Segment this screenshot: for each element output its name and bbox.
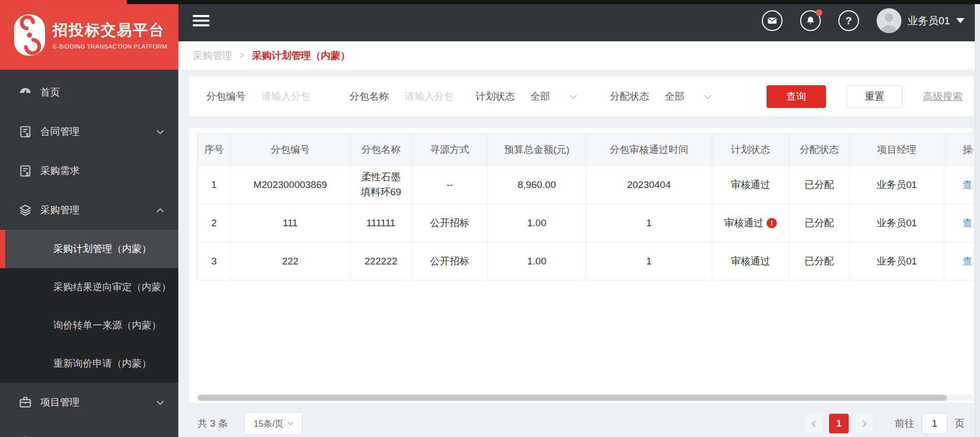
contract-icon — [19, 125, 32, 138]
cell-subpackage-code: M202300003869 — [231, 166, 350, 204]
cell-subpackage-code: 111 — [231, 204, 350, 242]
question-icon: ? — [846, 15, 852, 27]
view-link[interactable]: 查看 — [963, 256, 974, 267]
filter-bar: 分包编号 分包名称 计划状态 全部 分配状态 全部 查询 重置 高级搜索 — [189, 76, 973, 116]
table-row: 1 M202300003869 柔性石墨 填料环69 -- 8,960.00 2… — [198, 166, 974, 204]
hamburger-menu-icon[interactable] — [193, 15, 209, 26]
subpackage-code-label: 分包编号 — [206, 90, 246, 103]
pagination: 共 3 条 15条/页 1 前往 页 — [189, 412, 973, 435]
prev-page-button[interactable] — [805, 414, 822, 433]
cell-review-pass-time: 1 — [586, 242, 712, 280]
dashboard-icon — [19, 86, 32, 99]
sidebar-item-project-management[interactable]: 项目管理 — [0, 383, 178, 422]
assign-status-select[interactable]: 全部 — [665, 90, 726, 103]
sidebar-item-procurement-management[interactable]: 采购管理 — [0, 191, 178, 230]
subpackage-code-input[interactable] — [262, 91, 309, 102]
breadcrumb-separator: > — [239, 50, 245, 61]
sidebar-item-home[interactable]: 首页 — [0, 73, 178, 112]
brand-title: 招投标交易平台 — [53, 20, 167, 41]
goto-label: 前往 — [895, 417, 914, 430]
cell-subpackage-name: 222222 — [350, 242, 412, 280]
breadcrumb-parent[interactable]: 采购管理 — [193, 49, 232, 63]
results-table-card: 序号 分包编号 分包名称 寻源方式 预算总金额(元) 分包审核通过时间 计划状态… — [189, 128, 973, 403]
sidebar-item-partial[interactable] — [0, 422, 178, 437]
col-review-pass-time: 分包审核通过时间 — [586, 134, 712, 166]
help-button[interactable]: ? — [838, 10, 859, 31]
logo-mark-icon — [13, 14, 45, 56]
next-page-button[interactable] — [855, 414, 873, 433]
table-row: 3 222 222222 公开招标 1.00 1 审核通过 已分配 业务员01 … — [198, 242, 974, 280]
sidebar-item-procurement-demand[interactable]: 采购需求 — [0, 151, 178, 191]
message-button[interactable] — [762, 10, 783, 31]
cell-assign-status: 已分配 — [789, 204, 850, 242]
cell-review-pass-time: 1 — [586, 204, 712, 242]
sidebar-subitem-plan-management[interactable]: 采购计划管理（内蒙） — [0, 230, 178, 268]
col-plan-status: 计划状态 — [712, 134, 789, 166]
horizontal-scrollbar-thumb[interactable] — [197, 395, 947, 401]
view-link[interactable]: 查看 — [963, 179, 974, 190]
cell-subpackage-name: 111111 — [350, 204, 412, 242]
subpackage-name-input[interactable] — [405, 91, 452, 102]
cell-project-manager: 业务员01 — [850, 166, 944, 204]
sidebar-item-label: 首页 — [40, 86, 60, 99]
sidebar: 招投标交易平台 E-BIDDING TRANSACTION PLATFORM 首… — [0, 0, 178, 437]
user-menu[interactable]: 业务员01 — [877, 8, 964, 33]
col-actions: 操作 — [944, 134, 974, 166]
notification-button[interactable] — [800, 10, 821, 31]
cell-sourcing-method: -- — [412, 166, 488, 204]
sidebar-item-label: 采购需求 — [40, 164, 80, 178]
cell-sourcing-method: 公开招标 — [412, 242, 488, 280]
caret-down-icon — [956, 18, 964, 23]
sidebar-item-label: 采购管理 — [40, 204, 80, 217]
page-size-value: 15条/页 — [254, 418, 284, 430]
reset-button[interactable]: 重置 — [847, 85, 902, 108]
goto-page-input[interactable] — [922, 413, 947, 434]
cell-budget-total: 1.00 — [488, 204, 586, 242]
status-text: 审核通过 — [724, 216, 763, 230]
col-project-manager: 项目经理 — [850, 134, 944, 166]
user-name: 业务员01 — [908, 14, 950, 28]
cell-budget-total: 8,960.00 — [488, 166, 586, 204]
chevron-up-icon — [157, 208, 164, 215]
chevron-down-icon — [288, 419, 294, 425]
vertical-scrollbar[interactable] — [975, 0, 980, 437]
table-row: 2 111 111111 公开招标 1.00 1 审核通过 ! — [198, 204, 974, 242]
notification-badge — [816, 9, 822, 16]
table-header-row: 序号 分包编号 分包名称 寻源方式 预算总金额(元) 分包审核通过时间 计划状态… — [198, 134, 974, 166]
table-viewport: 序号 分包编号 分包名称 寻源方式 预算总金额(元) 分包审核通过时间 计划状态… — [197, 133, 973, 280]
sidebar-subitem-label: 采购结果逆向审定（内蒙） — [53, 280, 171, 294]
layers-icon — [19, 204, 32, 217]
chevron-left-icon — [811, 420, 818, 427]
plans-table: 序号 分包编号 分包名称 寻源方式 预算总金额(元) 分包审核通过时间 计划状态… — [197, 133, 973, 280]
chevron-right-icon — [860, 420, 867, 427]
sidebar-item-label: 合同管理 — [40, 125, 80, 138]
sidebar-subitem-reverse-review[interactable]: 采购结果逆向审定（内蒙） — [0, 268, 178, 306]
envelope-icon — [767, 15, 777, 26]
sidebar-subitem-inquiry-single-source[interactable]: 询价转单一来源（内蒙） — [0, 306, 178, 345]
plan-status-select[interactable]: 全部 — [530, 90, 591, 103]
cell-plan-status: 审核通过 ! — [712, 204, 789, 242]
sidebar-subitem-re-inquiry[interactable]: 重新询价申请（内蒙） — [0, 345, 178, 383]
breadcrumb: 采购管理 > 采购计划管理（内蒙） — [178, 41, 980, 70]
col-subpackage-name: 分包名称 — [350, 134, 412, 166]
plan-status-value: 全部 — [530, 90, 550, 103]
cell-subpackage-name: 柔性石墨 填料环69 — [350, 166, 412, 204]
breadcrumb-current: 采购计划管理（内蒙） — [252, 49, 350, 63]
goto-unit: 页 — [955, 417, 964, 430]
view-link[interactable]: 查看 — [963, 217, 974, 228]
search-button[interactable]: 查询 — [767, 85, 826, 108]
sidebar-subitem-label: 重新询价申请（内蒙） — [53, 357, 151, 370]
logo: 招投标交易平台 E-BIDDING TRANSACTION PLATFORM — [0, 0, 178, 70]
page-1-button[interactable]: 1 — [829, 414, 849, 433]
chevron-down-icon — [570, 91, 577, 99]
person-icon — [877, 8, 901, 33]
main-content: 分包编号 分包名称 计划状态 全部 分配状态 全部 查询 重置 高级搜索 — [178, 70, 980, 437]
avatar — [877, 8, 901, 33]
cell-assign-status: 已分配 — [789, 242, 850, 280]
advanced-search-link[interactable]: 高级搜索 — [923, 90, 962, 103]
bell-icon — [805, 15, 816, 26]
page-size-select[interactable]: 15条/页 — [244, 412, 302, 435]
sidebar-item-contracts[interactable]: 合同管理 — [0, 112, 178, 151]
cell-plan-status: 审核通过 — [712, 166, 789, 204]
warning-icon[interactable]: ! — [767, 218, 777, 228]
